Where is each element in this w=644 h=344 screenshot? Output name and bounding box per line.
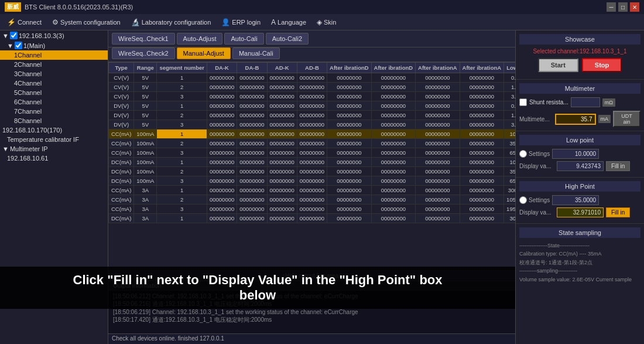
tree-item-ch4[interactable]: 4Channel	[0, 79, 108, 88]
tree-item-tempcal[interactable]: Temperature calibrator IF	[0, 135, 108, 144]
multimeter-value-input[interactable]	[555, 114, 596, 125]
table-row[interactable]: CC(mA)3A10000000000000000000000000000000…	[109, 186, 516, 195]
table-row[interactable]: CV(V)5V300000000000000000000000000000000…	[109, 92, 516, 101]
high-settings-radio[interactable]	[519, 196, 527, 204]
maximize-button[interactable]: □	[618, 2, 628, 12]
tree-item-label: 1(Main)	[23, 42, 45, 49]
low-fill-button[interactable]: Fill in	[606, 161, 630, 171]
tree-item-main[interactable]: ▼ 1(Main)	[0, 40, 108, 50]
output-line: [18:50:06.216] 通道:192.168.10.3_1_1 电压稳定时…	[113, 300, 511, 308]
menu-connect[interactable]: ⚡ Connect	[2, 16, 46, 28]
high-fill-button[interactable]: Fill in	[606, 207, 630, 217]
tree-item-root2[interactable]: 192.168.10.170(170)	[0, 125, 108, 135]
table-row[interactable]: CV(V)5V100000000000000000000000000000000…	[109, 73, 516, 83]
high-settings-radio-label[interactable]: Settings	[519, 196, 550, 204]
menu-erp-label: ERP login	[232, 19, 261, 26]
low-settings-label: Settings	[529, 151, 550, 157]
menu-connect-label: Connect	[18, 19, 42, 26]
menu-erp-login[interactable]: 👤 ERP login	[217, 16, 265, 28]
state-sampling-section: State sampling ----------------State----…	[516, 224, 644, 287]
tree-item-ch2[interactable]: 2Channel	[0, 60, 108, 69]
tree-item-label: 2Channel	[14, 61, 42, 68]
manual-cali-button[interactable]: Manual-Cali	[232, 47, 280, 59]
showcase-title: Showcase	[519, 34, 640, 45]
col-afd1: After ibrationD	[327, 63, 372, 73]
tree-item-ch1[interactable]: 1Channel	[0, 50, 108, 60]
low-settings-input[interactable]	[552, 149, 599, 159]
low-settings-radio-label[interactable]: Settings	[519, 150, 550, 158]
tree-item-ch5[interactable]: 5Channel	[0, 88, 108, 97]
menu-lab-config[interactable]: 🔬 Laboratory configuration	[126, 16, 216, 28]
low-display-label: Display va...	[519, 163, 554, 169]
hide-output-bar[interactable]: ↕Hide output bar area↕	[108, 270, 515, 281]
menu-skin-label: Skin	[324, 19, 336, 26]
col-range: Range	[134, 63, 157, 73]
main-checkbox[interactable]	[15, 42, 22, 49]
selected-channel: Selected channel:192.168.10.3_1_1	[519, 48, 640, 55]
table-row[interactable]: DC(mA)100mA20000000000000000000000000000…	[109, 167, 516, 176]
tree-item-multimeter-ip[interactable]: 192.168.10.61	[0, 154, 108, 163]
erp-icon: 👤	[221, 18, 230, 26]
udt-button[interactable]: UDT ain	[613, 111, 640, 127]
high-display-row: Display va... Fill in	[519, 207, 640, 217]
state-line: Volume sample value: 2.6E-05V Current sa…	[519, 275, 640, 284]
title-controls[interactable]: ─ □ ✕	[607, 2, 639, 12]
calibration-table: Type Range segment number DA-K DA-B AD-K…	[108, 62, 515, 270]
auto-cali2-button[interactable]: Auto-Cali2	[266, 33, 309, 45]
right-panel: Showcase Selected channel:192.168.10.3_1…	[515, 30, 644, 344]
tree-item-label: 7Channel	[14, 108, 42, 115]
table-row[interactable]: DC(mA)100mA10000000000000000000000000000…	[109, 158, 516, 167]
auto-cali-button[interactable]: Auto-Cali	[224, 33, 263, 45]
table-row[interactable]: DC(mA)3A10000000000000000000000000000000…	[109, 214, 516, 223]
tree-item-ch8[interactable]: 8Channel	[0, 116, 108, 125]
table-row[interactable]: DV(V)5V200000000000000000000000000000000…	[109, 111, 516, 120]
menu-language[interactable]: A Language	[266, 16, 311, 28]
close-button[interactable]: ✕	[630, 2, 639, 12]
start-button[interactable]: Start	[538, 58, 578, 72]
high-settings-row: Settings	[519, 195, 640, 205]
low-settings-radio[interactable]	[519, 150, 527, 158]
tree-item-ch7[interactable]: 7Channel	[0, 107, 108, 116]
wireseq-check2-button[interactable]: WireSeq..Check2	[112, 47, 175, 59]
menu-skin[interactable]: ◈ Skin	[312, 16, 341, 28]
table-row[interactable]: CC(mA)100mA30000000000000000000000000000…	[109, 148, 516, 158]
low-point-section: Low point Settings Display va... Fill in	[516, 131, 644, 178]
table-row[interactable]: CC(mA)3A20000000000000000000000000000000…	[109, 195, 516, 205]
menu-system-config[interactable]: ⚙ System configuration	[47, 16, 125, 28]
high-display-input[interactable]	[557, 207, 604, 217]
col-dab: DA-B	[237, 63, 267, 73]
root1-checkbox[interactable]	[10, 32, 18, 39]
shunt-input[interactable]	[571, 97, 600, 107]
wireseq-check1-button[interactable]: WireSeq..Check1	[112, 33, 175, 45]
table-row[interactable]: CC(mA)100mA20000000000000000000000000000…	[109, 139, 516, 148]
col-adk: AD-K	[267, 63, 297, 73]
col-type: Type	[109, 63, 134, 73]
table-row[interactable]: CC(mA)100mA10000000000000000000000000000…	[109, 130, 516, 139]
table-row[interactable]: CV(V)5V200000000000000000000000000000000…	[109, 83, 516, 92]
state-content: ----------------State-----------------Ca…	[519, 241, 640, 284]
table-row[interactable]: DV(V)5V300000000000000000000000000000000…	[109, 120, 516, 130]
output-content: [18:50:06.212] Channel: 192.168.10.3_1_1…	[108, 291, 515, 333]
tree-item-ch6[interactable]: 6Channel	[0, 97, 108, 107]
col-afa1: After ibrationA	[416, 63, 460, 73]
tree-item-root1[interactable]: ▼ 192.168.10.3(3)	[0, 30, 108, 40]
tree-item-multimeter[interactable]: ▼ Multimeter IP	[0, 144, 108, 154]
state-line: 校准通道号: 1通道-第1段-第2点	[519, 258, 640, 267]
state-line: ----------sampling-----------	[519, 267, 640, 275]
auto-adjust-button[interactable]: Auto-Adjust	[177, 33, 223, 45]
stop-button[interactable]: Stop	[582, 58, 622, 72]
manual-adjust-button[interactable]: Manual-Adjust	[177, 47, 231, 59]
shunt-checkbox[interactable]	[519, 98, 527, 106]
showcase-section: Showcase Selected channel:192.168.10.3_1…	[516, 30, 644, 80]
table-row[interactable]: DV(V)5V100000000000000000000000000000000…	[109, 101, 516, 111]
menu-lab-config-label: Laboratory configuration	[142, 19, 211, 26]
minimize-button[interactable]: ─	[607, 2, 616, 12]
main-layout: ▼ 192.168.10.3(3) ▼ 1(Main) 1Channel 2Ch…	[0, 30, 644, 344]
high-settings-input[interactable]	[552, 195, 599, 205]
col-adb: AD-B	[297, 63, 327, 73]
tree-item-ch3[interactable]: 3Channel	[0, 69, 108, 79]
table-row[interactable]: CC(mA)3A30000000000000000000000000000000…	[109, 205, 516, 214]
low-display-input[interactable]	[557, 161, 604, 171]
table-row[interactable]: DC(mA)100mA30000000000000000000000000000…	[109, 176, 516, 186]
expand-icon: ▼	[7, 42, 13, 49]
